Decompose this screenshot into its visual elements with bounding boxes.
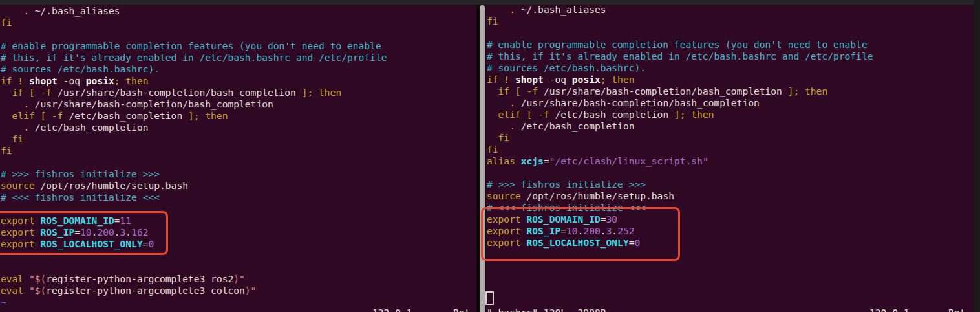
code-line: # enable programmable completion feature… — [487, 39, 972, 50]
code-line: if ! shopt -oq posix; then — [487, 74, 972, 85]
code-line: fi — [1, 145, 475, 157]
code-line: alias xcjs="/etc/clash/linux_script.sh" — [487, 155, 972, 167]
code-line: # this, if it's already enabled in /etc/… — [1, 52, 475, 63]
code-line: fi — [1, 133, 475, 145]
code-line: fi — [487, 144, 972, 155]
code-line — [1, 157, 475, 168]
code-line: elif [ -f /etc/bash_completion ]; then — [487, 109, 972, 120]
code-line: . /usr/share/bash-completion/bash_comple… — [487, 97, 972, 109]
vim-hollow-cursor — [485, 291, 494, 305]
code-line: fi — [487, 132, 972, 144]
code-line: # sources /etc/bash.bashrc). — [487, 62, 972, 74]
ros-export-highlight-box-right — [481, 207, 680, 261]
code-line: # <<< fishros initialize <<< — [1, 192, 475, 203]
code-line: eval "$(register-python-argcomplete3 col… — [1, 285, 475, 296]
scrollbar-thumb[interactable] — [480, 5, 485, 312]
code-line: elif [ -f /etc/bash_completion ]; then — [1, 110, 475, 122]
code-line: # this, if it's already enabled in /etc/… — [487, 50, 972, 62]
dual-terminal-screen: . ~/.bash_aliasesfi # enable programmabl… — [0, 0, 980, 312]
code-line: fi — [487, 16, 972, 27]
code-line: eval "$(register-python-argcomplete3 ros… — [1, 273, 475, 285]
vim-ruler-right: 130,0-1 — [869, 307, 910, 312]
terminal-pane-left[interactable]: . ~/.bash_aliasesfi # enable programmabl… — [1, 5, 475, 308]
code-line — [487, 167, 972, 179]
code-line — [487, 27, 972, 39]
code-line: # >>> fishros initialize >>> — [487, 179, 972, 190]
code-line: if [ -f /usr/share/bash-completion/bash_… — [487, 85, 972, 97]
vim-scroll-position-left: Bot — [453, 307, 470, 312]
code-line: # >>> fishros initialize >>> — [1, 168, 475, 180]
code-line: . /etc/bash_completion — [487, 120, 972, 132]
code-line: . /usr/share/bash-completion/bash_comple… — [1, 98, 475, 110]
code-line: . ~/.bash_aliases — [487, 4, 972, 16]
code-line: . /etc/bash_completion — [1, 122, 475, 133]
code-line: if ! shopt -oq posix; then — [1, 75, 475, 87]
code-line: source /opt/ros/humble/setup.bash — [1, 180, 475, 192]
code-line: # enable programmable completion feature… — [1, 40, 475, 52]
code-line — [1, 28, 475, 40]
code-line: if [ -f /usr/share/bash-completion/bash_… — [1, 87, 475, 98]
ros-export-highlight-box-left — [0, 211, 168, 255]
code-line: fi — [1, 17, 475, 28]
vim-file-info-right: ".bashrc" 130L, 3998B — [487, 307, 606, 312]
code-line: . ~/.bash_aliases — [1, 5, 475, 17]
code-line: source /opt/ros/humble/setup.bash — [487, 190, 972, 202]
vim-scroll-position-right: Bot — [948, 307, 965, 312]
code-line — [1, 262, 475, 273]
window-right-edge — [974, 0, 980, 312]
code-line: # sources /etc/bash.bashrc). — [1, 63, 475, 75]
vim-ruler-left: 132,0-1 — [372, 307, 412, 312]
